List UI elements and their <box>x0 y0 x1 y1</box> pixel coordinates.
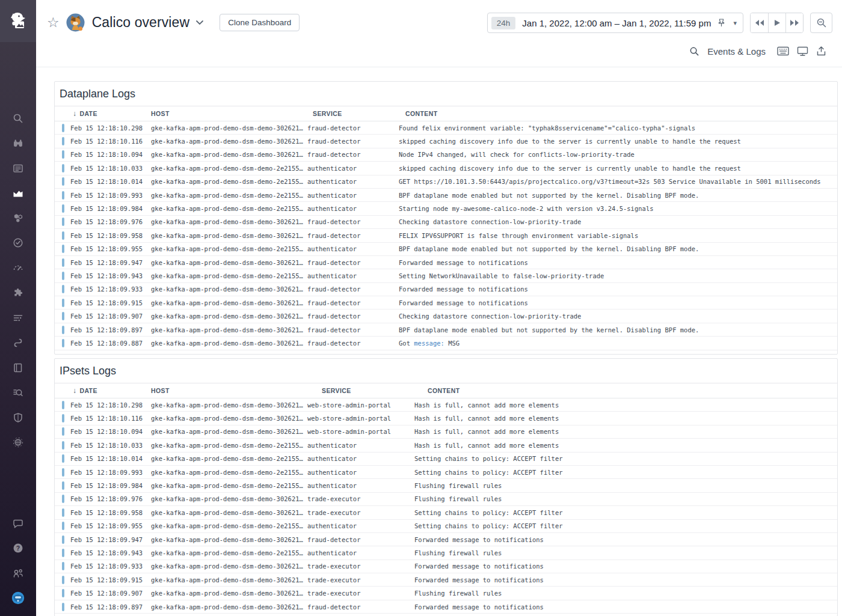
log-row[interactable]: Feb 15 12:18:10.094gke-kafka-apm-prod-de… <box>55 148 837 162</box>
log-row[interactable]: Feb 15 12:18:09.984gke-kafka-apm-prod-de… <box>55 202 837 215</box>
log-row[interactable]: Feb 15 12:18:10.298gke-kafka-apm-prod-de… <box>55 398 837 412</box>
sidebar-item-search[interactable] <box>0 106 36 131</box>
log-row[interactable]: Feb 15 12:18:10.094gke-kafka-apm-prod-de… <box>55 425 837 439</box>
keyboard-shortcuts-icon[interactable] <box>777 46 789 56</box>
log-row[interactable]: Feb 15 12:18:10.116gke-kafka-apm-prod-de… <box>55 412 837 425</box>
log-service: authenticator <box>307 272 395 279</box>
log-service: web-store-admin-portal <box>307 415 404 422</box>
time-caret-icon[interactable]: ▾ <box>733 19 737 27</box>
sidebar-item-log-explorer[interactable] <box>0 380 36 406</box>
log-row[interactable]: Feb 15 12:18:09.907gke-kafka-apm-prod-de… <box>55 587 837 600</box>
log-service: authenticator <box>307 482 404 489</box>
log-row[interactable]: Feb 15 12:18:09.933gke-kafka-apm-prod-de… <box>55 283 837 296</box>
log-row[interactable]: Feb 15 12:18:10.033gke-kafka-apm-prod-de… <box>55 439 837 452</box>
sidebar-item-notebooks[interactable] <box>0 355 36 380</box>
favorite-star-icon[interactable]: ☆ <box>47 16 60 29</box>
time-forward-button[interactable] <box>785 13 803 32</box>
log-row[interactable]: Feb 15 12:18:09.993gke-kafka-apm-prod-de… <box>55 189 837 202</box>
sidebar-item-help[interactable]: ? <box>0 536 36 561</box>
column-header-date[interactable]: ↓DATE <box>70 386 151 395</box>
column-header-host[interactable]: HOST <box>151 110 307 117</box>
log-row[interactable]: Feb 15 12:18:09.915gke-kafka-apm-prod-de… <box>55 573 837 587</box>
dashboard-canvas: Dataplane Logs ↓DATEHOSTSERVICECONTENT F… <box>36 67 842 616</box>
column-header-date[interactable]: ↓DATE <box>70 109 151 118</box>
log-row[interactable]: Feb 15 12:18:09.907gke-kafka-apm-prod-de… <box>55 310 837 323</box>
log-level-indicator <box>62 589 64 597</box>
log-row[interactable]: Feb 15 12:18:10.014gke-kafka-apm-prod-de… <box>55 175 837 189</box>
zoom-out-button[interactable] <box>810 13 832 33</box>
sidebar-item-security[interactable] <box>0 405 36 430</box>
log-row[interactable]: Feb 15 12:18:10.033gke-kafka-apm-prod-de… <box>55 162 837 175</box>
column-header-service[interactable]: SERVICE <box>307 110 395 117</box>
sidebar-item-events[interactable] <box>0 156 36 181</box>
column-header-service[interactable]: SERVICE <box>307 387 404 394</box>
column-header-content[interactable]: CONTENT <box>404 387 837 394</box>
log-row[interactable]: Feb 15 12:18:09.955gke-kafka-apm-prod-de… <box>55 520 837 533</box>
log-date: Feb 15 12:18:10.014 <box>70 455 151 462</box>
clone-dashboard-button[interactable]: Clone Dashboard <box>220 14 300 31</box>
log-level-indicator <box>62 326 64 334</box>
log-host: gke-kafka-apm-prod-demo-dsm-demo-2e2155… <box>151 205 307 212</box>
log-row[interactable]: Feb 15 12:18:09.993gke-kafka-apm-prod-de… <box>55 466 837 479</box>
log-level-indicator <box>62 339 64 347</box>
log-row[interactable]: Feb 15 12:18:09.976gke-kafka-apm-prod-de… <box>55 216 837 229</box>
time-play-button[interactable] <box>768 13 785 32</box>
share-icon[interactable] <box>816 46 826 56</box>
log-row[interactable]: Feb 15 12:18:09.958gke-kafka-apm-prod-de… <box>55 229 837 242</box>
page-title: Calico overview <box>92 14 190 31</box>
sidebar-item-dashboards[interactable] <box>0 181 36 206</box>
log-row[interactable]: Feb 15 12:18:10.116gke-kafka-apm-prod-de… <box>55 135 837 148</box>
log-row[interactable]: Feb 15 12:18:09.947gke-kafka-apm-prod-de… <box>55 256 837 269</box>
sidebar-item-metrics[interactable] <box>0 255 36 281</box>
sidebar-nav-top <box>0 106 36 455</box>
sidebar-item-organization[interactable] <box>0 561 36 586</box>
log-content-link[interactable]: message: <box>414 340 444 347</box>
pin-icon[interactable] <box>717 18 726 28</box>
events-logs-search-icon[interactable] <box>689 46 699 56</box>
sidebar-item-log-pipelines[interactable] <box>0 305 36 331</box>
log-service: authenticator <box>307 455 404 462</box>
sidebar-item-network[interactable] <box>0 430 36 456</box>
log-level-indicator <box>62 549 64 557</box>
log-row[interactable]: Feb 15 12:18:09.933gke-kafka-apm-prod-de… <box>55 560 837 573</box>
time-back-button[interactable] <box>751 13 768 32</box>
column-header-host[interactable]: HOST <box>151 387 307 394</box>
events-logs-label[interactable]: Events & Logs <box>707 46 766 56</box>
sidebar-item-chat[interactable] <box>0 511 36 536</box>
log-host: gke-kafka-apm-prod-demo-dsm-demo-302621… <box>151 603 307 611</box>
log-row[interactable]: Feb 15 12:18:09.943gke-kafka-apm-prod-de… <box>55 269 837 282</box>
log-row[interactable]: Feb 15 12:18:09.958gke-kafka-apm-prod-de… <box>55 506 837 519</box>
log-host: gke-kafka-apm-prod-demo-dsm-demo-2e2155… <box>151 245 307 252</box>
log-host: gke-kafka-apm-prod-demo-dsm-demo-302621… <box>151 259 307 266</box>
log-content: GET https://10.101.3.50:6443/apis/projec… <box>395 178 837 185</box>
sort-desc-icon: ↓ <box>73 109 76 118</box>
sidebar-item-apm[interactable] <box>0 331 36 356</box>
sidebar-item-user-avatar[interactable] <box>0 586 36 611</box>
log-row[interactable]: Feb 15 12:18:10.298gke-kafka-apm-prod-de… <box>55 121 837 135</box>
log-row[interactable]: Feb 15 12:18:10.014gke-kafka-apm-prod-de… <box>55 453 837 466</box>
column-header-content[interactable]: CONTENT <box>395 110 837 117</box>
log-row[interactable]: Feb 15 12:18:09.955gke-kafka-apm-prod-de… <box>55 243 837 256</box>
log-row[interactable]: Feb 15 12:18:09.943gke-kafka-apm-prod-de… <box>55 546 837 560</box>
log-row[interactable]: Feb 15 12:18:09.947gke-kafka-apm-prod-de… <box>55 533 837 546</box>
title-dropdown-caret[interactable] <box>195 20 204 25</box>
log-level-indicator <box>62 124 64 132</box>
time-range-picker[interactable]: 24h Jan 1, 2022, 12:00 am – Jan 1, 2022,… <box>487 13 743 33</box>
sidebar-item-integrations[interactable] <box>0 281 36 306</box>
log-level-indicator <box>62 401 64 409</box>
log-row[interactable]: Feb 15 12:18:09.897gke-kafka-apm-prod-de… <box>55 323 837 337</box>
tv-mode-icon[interactable] <box>797 46 808 56</box>
dashboard-avatar <box>66 13 85 32</box>
sidebar-item-infrastructure[interactable] <box>0 206 36 231</box>
sidebar-item-monitors[interactable] <box>0 231 36 256</box>
datadog-logo[interactable] <box>0 0 36 42</box>
log-row[interactable]: Feb 15 12:18:09.897gke-kafka-apm-prod-de… <box>55 600 837 614</box>
log-row[interactable]: Feb 15 12:18:09.976gke-kafka-apm-prod-de… <box>55 493 837 506</box>
log-row[interactable]: Feb 15 12:18:09.984gke-kafka-apm-prod-de… <box>55 479 837 492</box>
log-service: authenticator <box>307 192 395 199</box>
log-row[interactable]: Feb 15 12:18:09.887gke-kafka-apm-prod-de… <box>55 337 837 350</box>
log-row[interactable]: Feb 15 12:18:09.915gke-kafka-apm-prod-de… <box>55 296 837 310</box>
sidebar-item-watchdog[interactable] <box>0 131 36 156</box>
log-host: gke-kafka-apm-prod-demo-dsm-demo-302621… <box>151 313 307 320</box>
log-service: trade-executor <box>307 563 404 570</box>
